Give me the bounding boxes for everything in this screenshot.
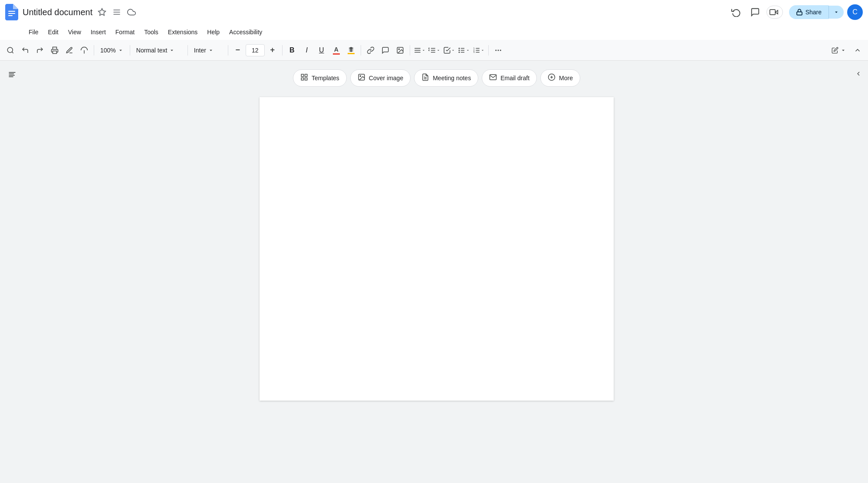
underline-button[interactable]: U	[315, 43, 329, 57]
cover-image-chip[interactable]: Cover image	[350, 69, 411, 87]
menu-bar: File Edit View Insert Format Tools Exten…	[0, 24, 868, 40]
suggestion-bar: Templates Cover image Meeting notes Emai…	[293, 69, 580, 87]
highlight-color-button[interactable]	[344, 43, 358, 57]
menu-file[interactable]: File	[24, 27, 43, 37]
drive-icon[interactable]	[111, 6, 123, 18]
bold-button[interactable]: B	[285, 43, 299, 57]
cloud-sync-icon[interactable]	[125, 6, 138, 18]
italic-button[interactable]: I	[300, 43, 314, 57]
svg-rect-1	[8, 13, 15, 14]
share-label: Share	[806, 9, 822, 16]
line-spacing-button[interactable]	[427, 43, 441, 57]
toolbar-divider-2	[130, 45, 130, 55]
meeting-notes-chip-icon	[421, 73, 429, 83]
svg-point-41	[360, 75, 361, 76]
menu-tools[interactable]: Tools	[140, 27, 163, 37]
numbered-list-button[interactable]: 1.2.3.	[472, 43, 486, 57]
menu-help[interactable]: Help	[203, 27, 224, 37]
image-button[interactable]	[393, 43, 407, 57]
share-dropdown-button[interactable]	[829, 6, 844, 19]
share-button[interactable]: Share	[789, 5, 829, 19]
cover-image-chip-icon	[358, 73, 365, 83]
svg-point-21	[459, 50, 460, 51]
history-icon[interactable]	[728, 4, 744, 20]
collapse-panel-button[interactable]	[852, 67, 865, 81]
toolbar-divider-1	[94, 45, 94, 55]
menu-view[interactable]: View	[64, 27, 85, 37]
gdoc-logo-icon	[5, 4, 18, 20]
more-chip-icon	[548, 73, 556, 83]
svg-point-7	[7, 47, 13, 52]
star-icon[interactable]	[96, 6, 108, 18]
redo-button[interactable]	[33, 43, 47, 57]
meet-button[interactable]	[766, 6, 783, 19]
bullet-list-button[interactable]	[457, 43, 471, 57]
svg-rect-39	[301, 78, 303, 80]
svg-rect-8	[53, 51, 57, 53]
toolbar-divider-4	[228, 45, 228, 55]
svg-rect-36	[301, 74, 303, 76]
svg-point-10	[398, 49, 399, 49]
font-size-increase-button[interactable]: +	[266, 43, 279, 57]
document-title[interactable]: Untitled document	[23, 7, 92, 17]
templates-chip[interactable]: Templates	[293, 69, 347, 87]
svg-point-29	[495, 49, 496, 51]
title-bar: Untitled document Share	[0, 0, 868, 24]
search-button[interactable]	[3, 43, 17, 57]
zoom-select[interactable]: 100%	[97, 45, 127, 55]
title-action-icons	[96, 6, 138, 18]
svg-rect-5	[769, 10, 775, 15]
comments-icon[interactable]	[747, 4, 763, 20]
menu-accessibility[interactable]: Accessibility	[225, 27, 266, 37]
svg-rect-0	[8, 11, 15, 12]
toolbar-divider-6	[361, 45, 361, 55]
zoom-value: 100%	[100, 47, 116, 54]
text-style-value: Normal text	[136, 47, 168, 54]
paint-format-button[interactable]	[77, 43, 91, 57]
user-avatar[interactable]: C	[847, 4, 863, 20]
svg-point-20	[459, 48, 460, 49]
email-draft-chip[interactable]: Email draft	[482, 69, 537, 87]
undo-button[interactable]	[18, 43, 32, 57]
alignment-button[interactable]	[413, 43, 427, 57]
menu-format[interactable]: Format	[111, 27, 139, 37]
toolbar-divider-8	[488, 45, 489, 55]
svg-rect-6	[797, 12, 802, 15]
meeting-notes-chip[interactable]: Meeting notes	[414, 69, 478, 87]
more-chip[interactable]: More	[540, 69, 580, 87]
checklist-button[interactable]	[442, 43, 456, 57]
document-page[interactable]	[260, 97, 614, 401]
text-color-button[interactable]: A	[329, 43, 343, 57]
menu-extensions[interactable]: Extensions	[164, 27, 202, 37]
spellcheck-button[interactable]	[62, 43, 76, 57]
menu-insert[interactable]: Insert	[86, 27, 110, 37]
text-style-select[interactable]: Normal text	[133, 45, 185, 55]
email-draft-chip-icon	[489, 73, 497, 83]
document-canvas[interactable]: Templates Cover image Meeting notes Emai…	[24, 61, 849, 483]
templates-chip-icon	[300, 73, 308, 83]
svg-rect-37	[305, 74, 307, 76]
print-button[interactable]	[48, 43, 62, 57]
menu-edit[interactable]: Edit	[44, 27, 63, 37]
more-options-button[interactable]	[491, 43, 505, 57]
svg-point-30	[497, 49, 499, 51]
edit-mode-select[interactable]	[828, 45, 850, 55]
collapse-toolbar-button[interactable]	[851, 43, 865, 57]
font-size-input[interactable]	[246, 44, 265, 56]
comment-button[interactable]	[378, 43, 392, 57]
toolbar-divider-7	[410, 45, 410, 55]
share-button-group: Share	[789, 5, 844, 19]
toolbar: 100% Normal text Inter − + B I U A	[0, 40, 868, 61]
outline-toggle-button[interactable]	[4, 67, 20, 82]
svg-point-22	[459, 52, 460, 52]
font-select[interactable]: Inter	[191, 45, 225, 55]
svg-marker-3	[99, 9, 106, 16]
svg-rect-2	[8, 15, 13, 16]
toolbar-divider-5	[282, 45, 283, 55]
title-right-actions: Share C	[728, 4, 863, 20]
svg-marker-4	[775, 10, 778, 14]
font-size-decrease-button[interactable]: −	[231, 43, 245, 57]
link-button[interactable]	[364, 43, 378, 57]
toolbar-divider-3	[187, 45, 188, 55]
sidebar-toggle-area	[0, 61, 24, 483]
